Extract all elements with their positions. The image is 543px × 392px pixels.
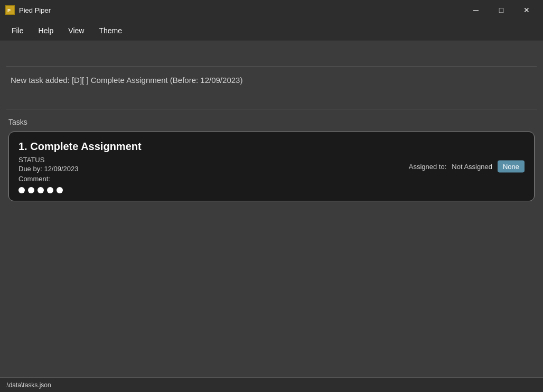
- maximize-button[interactable]: □: [489, 2, 513, 18]
- dot-5: [57, 187, 63, 193]
- notification-text: New task added: [D][ ] Complete Assignme…: [11, 76, 242, 85]
- menu-item-file[interactable]: File: [5, 24, 30, 37]
- dot-2: [28, 187, 34, 193]
- task-dots: [18, 187, 525, 193]
- minimize-button[interactable]: ─: [464, 2, 488, 18]
- app-title: Pied Piper: [19, 6, 51, 14]
- assigned-to-label: Assigned to:: [409, 163, 447, 171]
- assigned-to-value: Not Assigned: [452, 163, 492, 171]
- main-content: New task added: [D][ ] Complete Assignme…: [0, 41, 543, 377]
- title-bar-left: P Pied Piper: [5, 5, 51, 15]
- app-icon: P: [5, 5, 15, 15]
- dot-4: [47, 187, 53, 193]
- menu-item-view[interactable]: View: [62, 24, 90, 37]
- command-input[interactable]: [8, 50, 535, 62]
- title-bar-controls: ─ □ ✕: [464, 2, 539, 18]
- task-comment: Comment:: [18, 175, 525, 183]
- title-bar: P Pied Piper ─ □ ✕: [0, 0, 543, 20]
- menu-item-help[interactable]: Help: [32, 24, 60, 37]
- task-title: 1. Complete Assignment: [18, 141, 525, 153]
- svg-text:P: P: [7, 8, 11, 13]
- dot-1: [18, 187, 25, 193]
- status-bar: .\data\tasks.json: [0, 377, 543, 392]
- dot-3: [38, 187, 44, 193]
- tasks-section: Tasks 1. Complete Assignment STATUS Due …: [6, 109, 537, 373]
- menu-item-theme[interactable]: Theme: [92, 24, 128, 37]
- tasks-label: Tasks: [8, 118, 535, 126]
- notification-area: New task added: [D][ ] Complete Assignme…: [6, 67, 537, 109]
- menu-bar: File Help View Theme: [0, 20, 543, 41]
- task-card: 1. Complete Assignment STATUS Due by: 12…: [8, 132, 535, 201]
- status-text: .\data\tasks.json: [5, 381, 51, 389]
- task-right: Assigned to: Not Assigned None: [409, 161, 525, 173]
- none-button[interactable]: None: [498, 161, 525, 173]
- input-area: [6, 45, 537, 67]
- close-button[interactable]: ✕: [514, 2, 539, 18]
